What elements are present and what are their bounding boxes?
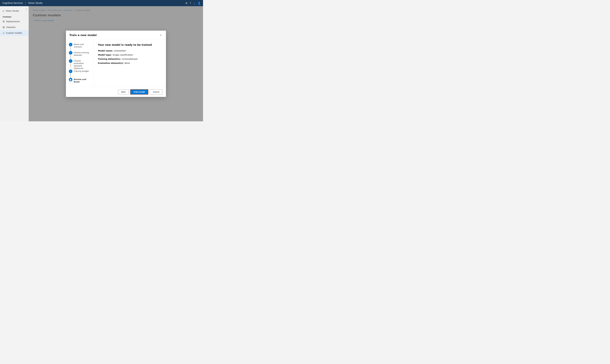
info-row-model-name: Model name: contosotest: [98, 50, 162, 52]
eval-datasets-label: Evaluation dataset(s):: [98, 62, 124, 64]
home-icon: ⌂: [3, 9, 4, 12]
wizard-step-1-circle: ✓: [69, 43, 72, 46]
training-datasets-label: Training dataset(s):: [98, 58, 121, 60]
wizard-step-5-left: ●: [69, 78, 72, 81]
wizard-step-2-label: Choose training datasets: [74, 51, 91, 56]
modal-close-button[interactable]: ×: [159, 34, 162, 37]
sidebar-item-deployments[interactable]: ⊞ Deployments: [0, 19, 28, 24]
back-button[interactable]: Back: [118, 90, 129, 94]
account-icon[interactable]: 👤: [198, 2, 201, 5]
wizard-step-3-circle: ✓: [69, 59, 72, 63]
custom-models-icon: ◻: [3, 31, 5, 34]
wizard-step-3-label: Choose evaluation datasets (Optional): [74, 59, 91, 70]
sidebar-item-datasets[interactable]: ▤ Datasets: [0, 24, 28, 30]
model-name-value: contosotest: [114, 50, 126, 52]
sidebar-item-custom-models[interactable]: ◻ Custom models: [0, 30, 28, 36]
wizard-step-3-line: [70, 63, 71, 67]
sidebar-item-vision-studio[interactable]: ⌂ Vision Studio: [0, 8, 28, 14]
wizard-step-training-datasets: ✓ Choose training datasets: [69, 51, 91, 59]
train-model-modal: Train a new model × ✓ Name and scen: [66, 31, 166, 97]
settings-icon[interactable]: ⚙: [185, 2, 188, 5]
wizard-step-1-label: Name and scenario: [74, 43, 91, 48]
wizard-step-1-left: ✓: [69, 43, 72, 51]
topbar-right: ⚙ ? ⌄ 👤: [185, 2, 201, 5]
topbar-divider: |: [25, 2, 26, 4]
modal-header: Train a new model ×: [66, 31, 166, 39]
wizard-step-2-line: [70, 55, 71, 59]
modal-overlay: Train a new model × ✓ Name and scen: [29, 6, 203, 121]
topbar: Cognitive Services | Vision Studio ⚙ ? ⌄…: [0, 0, 203, 6]
wizard-step-4-left: ✓: [69, 70, 72, 78]
wizard-steps: ✓ Name and scenario ✓ Choose training: [66, 39, 94, 87]
modal-content-panel: Your new model is ready to be trained Mo…: [94, 39, 166, 87]
wizard-step-4-circle: ✓: [69, 70, 72, 73]
modal-footer: Back Train model Cancel: [66, 87, 166, 97]
info-row-training-datasets: Training dataset(s): contosodataset: [98, 58, 162, 60]
wizard-step-4-line: [70, 73, 71, 78]
wizard-step-5-circle: ●: [69, 78, 72, 81]
model-name-label: Model name:: [98, 50, 113, 52]
modal-body: ✓ Name and scenario ✓ Choose training: [66, 39, 166, 87]
wizard-step-3-left: ✓: [69, 59, 72, 67]
main-layout: « ⌂ Vision Studio Contoso ⊞ Deployments …: [0, 6, 203, 121]
content-panel-title: Your new model is ready to be trained: [98, 43, 162, 46]
deployments-icon: ⊞: [3, 20, 5, 23]
datasets-icon: ▤: [3, 26, 5, 28]
info-row-model-type: Model type: Image classification: [98, 54, 162, 56]
sidebar-collapse-button[interactable]: «: [26, 8, 27, 10]
help-icon[interactable]: ?: [190, 2, 191, 5]
model-type-label: Model type:: [98, 54, 112, 56]
eval-datasets-value: None: [125, 62, 130, 64]
wizard-step-2-circle: ✓: [69, 51, 72, 54]
brand-label: Cognitive Services: [2, 2, 23, 4]
topbar-left: Cognitive Services | Vision Studio: [2, 2, 42, 4]
sidebar: « ⌂ Vision Studio Contoso ⊞ Deployments …: [0, 6, 29, 121]
sidebar-item-label: Deployments: [6, 20, 20, 23]
sidebar-item-label: Vision Studio: [6, 10, 19, 12]
content-area: Vision Studio > My resources > Contoso >…: [29, 6, 203, 121]
sidebar-section-contoso: Contoso: [0, 14, 28, 19]
train-model-button[interactable]: Train model: [130, 89, 148, 95]
wizard-step-eval-datasets: ✓ Choose evaluation datasets (Optional): [69, 59, 91, 70]
wizard-step-training-budget: ✓ Training budget: [69, 70, 91, 78]
sidebar-item-label: Custom models: [6, 32, 22, 34]
dropdown-icon[interactable]: ⌄: [193, 2, 195, 5]
info-row-eval-datasets: Evaluation dataset(s): None: [98, 62, 162, 64]
wizard-step-4-label: Training budget: [74, 70, 89, 73]
wizard-step-review-finish: ● Review and finish: [69, 78, 91, 83]
training-datasets-value: contosodataset: [122, 58, 138, 60]
sidebar-item-label: Datasets: [6, 26, 15, 28]
product-label: Vision Studio: [28, 2, 42, 4]
wizard-step-5-label: Review and finish: [74, 78, 91, 83]
wizard-step-2-left: ✓: [69, 51, 72, 59]
wizard-step-name-scenario: ✓ Name and scenario: [69, 43, 91, 51]
model-type-value: Image classification: [113, 54, 133, 56]
wizard-step-1-line: [70, 47, 71, 51]
modal-title: Train a new model: [69, 34, 97, 37]
cancel-button[interactable]: Cancel: [150, 90, 162, 94]
